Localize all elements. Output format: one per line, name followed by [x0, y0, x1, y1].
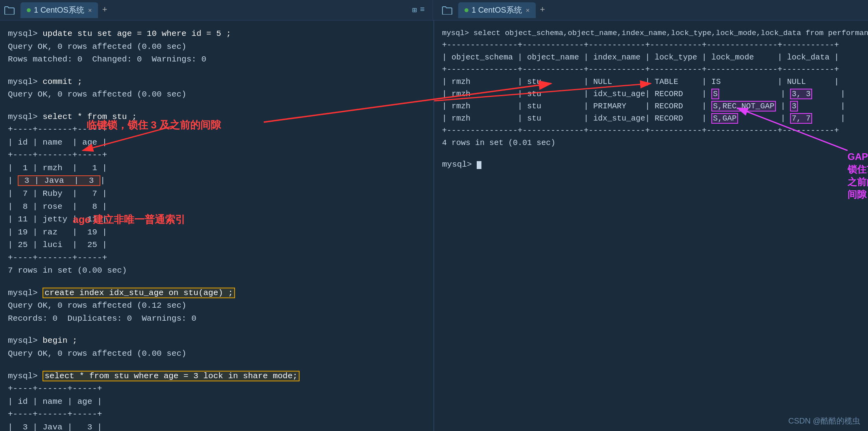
- left-tab-label: 1 CentOS系统: [34, 5, 84, 15]
- main-content: mysql> update stu set age = 10 where id …: [0, 20, 868, 431]
- line-3: Rows matched: 0 Changed: 0 Warnings: 0: [8, 53, 426, 66]
- right-tab-label: 1 CentOS系统: [472, 5, 522, 15]
- right-row-2: | rmzh | stu | idx_stu_age| RECORD | S |…: [442, 88, 860, 100]
- line-21: [8, 277, 426, 287]
- right-row-1: | rmzh | stu | NULL | TABLE | IS | NULL …: [442, 76, 860, 88]
- right-sep-2: +---------------+-------------+---------…: [442, 63, 860, 76]
- line-8: mysql> select * from stu ;: [8, 111, 426, 124]
- terminal-cursor: [477, 161, 481, 169]
- line-2: Query OK, 0 rows affected (0.00 sec): [8, 41, 426, 54]
- tab-status-dot: [27, 8, 31, 12]
- line-27: Query OK, 0 rows affected (0.00 sec): [8, 347, 426, 360]
- line-25: [8, 325, 426, 334]
- line-1: mysql> update stu set age = 10 where id …: [8, 28, 426, 41]
- line-22: mysql> create index idx_stu_age on stu(a…: [8, 287, 426, 300]
- watermark: CSDN @酷酷的榄虫: [788, 416, 860, 426]
- right-tab-status-dot: [465, 8, 468, 12]
- right-header: | object_schema | object_name | index_na…: [442, 51, 860, 63]
- right-tab-close[interactable]: ✕: [526, 6, 530, 14]
- line-5: mysql> commit ;: [8, 76, 426, 89]
- list-icon[interactable]: ≡: [420, 5, 425, 15]
- line-30: +----+------+-----+: [8, 383, 426, 396]
- line-11: +----+-------+-----+: [8, 149, 426, 162]
- left-folder-icon: [3, 4, 16, 17]
- line-4: [8, 66, 426, 76]
- right-terminal-panel[interactable]: mysql> select object_schema,object_name,…: [434, 20, 868, 431]
- line-16: | 11 | jetty | 11 |: [8, 213, 426, 226]
- line-6: Query OK, 0 rows affected (0.00 sec): [8, 88, 426, 101]
- line-12: | 1 | rmzh | 1 |: [8, 162, 426, 175]
- right-prompt: mysql>: [442, 158, 860, 171]
- line-23: Query OK, 0 rows affected (0.12 sec): [8, 299, 426, 312]
- line-14: | 7 | Ruby | 7 |: [8, 188, 426, 201]
- line-7: [8, 101, 426, 111]
- line-32: +----+------+-----+: [8, 408, 426, 421]
- line-31: | id | name | age |: [8, 396, 426, 409]
- line-24: Records: 0 Duplicates: 0 Warnings: 0: [8, 312, 426, 325]
- right-footer: 4 rows in set (0.01 sec): [442, 137, 860, 149]
- left-tab-add[interactable]: +: [102, 5, 107, 15]
- right-tab-add[interactable]: +: [540, 5, 545, 15]
- right-empty: [442, 149, 860, 158]
- left-tab[interactable]: 1 CentOS系统 ✕: [20, 2, 98, 18]
- line-28: [8, 360, 426, 370]
- right-tab[interactable]: 1 CentOS系统 ✕: [458, 2, 536, 18]
- line-13: | 3 | Java | 3 |: [8, 175, 426, 188]
- line-33: | 3 | Java | 3 |: [8, 421, 426, 431]
- line-9: +----+-------+-----+: [8, 123, 426, 136]
- right-sep-1: +---------------+-------------+---------…: [442, 39, 860, 51]
- top-bar: 1 CentOS系统 ✕ + ⊞ ≡ 1 CentOS系统 ✕ +: [0, 0, 868, 20]
- left-tab-close[interactable]: ✕: [88, 6, 92, 14]
- left-terminal-panel[interactable]: mysql> update stu set age = 10 where id …: [0, 20, 434, 431]
- line-10: | id | name | age |: [8, 136, 426, 149]
- right-row-4: | rmzh | stu | idx_stu_age| RECORD | S,G…: [442, 112, 860, 124]
- line-26: mysql> begin ;: [8, 334, 426, 347]
- right-folder-icon: [441, 4, 453, 17]
- line-15: | 8 | rose | 8 |: [8, 201, 426, 214]
- line-17: | 19 | raz | 19 |: [8, 226, 426, 239]
- right-tab-bar: 1 CentOS系统 ✕ +: [433, 0, 868, 20]
- left-tab-bar: 1 CentOS系统 ✕ + ⊞ ≡: [0, 0, 433, 20]
- grid-icon[interactable]: ⊞: [412, 5, 417, 15]
- line-29: mysql> select * from stu where age = 3 l…: [8, 370, 426, 383]
- line-20: 7 rows in set (0.00 sec): [8, 264, 426, 277]
- terminal-output-right: mysql> select object_schema,object_name,…: [442, 28, 860, 171]
- right-line-1: mysql> select object_schema,object_name,…: [442, 28, 860, 39]
- line-18: | 25 | luci | 25 |: [8, 239, 426, 252]
- right-sep-3: +---------------+-------------+---------…: [442, 124, 860, 137]
- terminal-output-left: mysql> update stu set age = 10 where id …: [8, 28, 426, 431]
- right-row-3: | rmzh | stu | PRIMARY | RECORD | S,REC_…: [442, 100, 860, 112]
- layout-icons: ⊞ ≡: [412, 5, 425, 15]
- line-19: +----+-------+-----+: [8, 252, 426, 265]
